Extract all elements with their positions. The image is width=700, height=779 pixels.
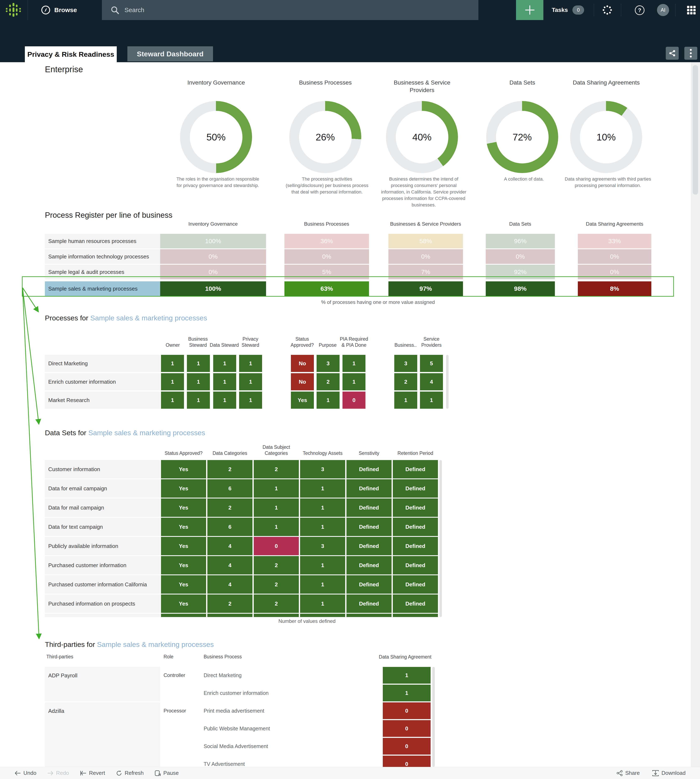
process-cell[interactable]: 5: [420, 355, 443, 372]
process-cell[interactable]: 1: [342, 355, 365, 372]
search-input[interactable]: Search: [102, 0, 478, 20]
table-scrollbar[interactable]: [432, 667, 435, 767]
process-cell[interactable]: 1: [161, 391, 184, 409]
dataset-cell[interactable]: Defined: [347, 575, 392, 594]
register-cell[interactable]: 63%: [285, 281, 369, 296]
dataset-cell[interactable]: 2: [254, 594, 299, 613]
register-cell[interactable]: 0%: [388, 249, 463, 264]
dataset-cell[interactable]: Defined: [347, 460, 392, 478]
dashboard-menu-button[interactable]: [684, 47, 697, 60]
process-cell[interactable]: 4: [420, 373, 443, 390]
process-cell[interactable]: Yes: [291, 391, 314, 409]
dataset-cell[interactable]: Defined: [393, 518, 438, 536]
download-button[interactable]: Download: [652, 770, 686, 776]
share-dashboard-button[interactable]: [666, 47, 679, 60]
dataset-cell[interactable]: 3: [300, 537, 345, 555]
dataset-cell[interactable]: Defined: [393, 594, 438, 613]
dataset-cell[interactable]: Yes: [161, 556, 206, 574]
dataset-cell[interactable]: Defined: [393, 460, 438, 478]
dataset-cell[interactable]: Defined: [347, 594, 392, 613]
dataset-cell[interactable]: Yes: [161, 460, 206, 478]
dataset-cell[interactable]: 1: [254, 479, 299, 498]
process-cell[interactable]: 1: [420, 391, 443, 409]
process-cell[interactable]: 1: [161, 355, 184, 372]
register-cell[interactable]: 98%: [486, 281, 555, 296]
dataset-cell[interactable]: Yes: [161, 498, 206, 517]
user-menu[interactable]: AI: [657, 4, 669, 16]
process-cell[interactable]: 2: [317, 373, 340, 390]
dataset-cell[interactable]: Yes: [161, 594, 206, 613]
process-cell[interactable]: 1: [161, 373, 184, 390]
tab-steward-dashboard[interactable]: Steward Dashboard: [127, 47, 213, 62]
dataset-cell[interactable]: 3: [300, 460, 345, 478]
process-cell[interactable]: 3: [317, 355, 340, 372]
register-row-label[interactable]: Sample legal & audit processes: [45, 265, 160, 279]
tasks-button[interactable]: Tasks 0: [552, 0, 584, 20]
process-cell[interactable]: 3: [394, 355, 417, 372]
dataset-cell[interactable]: Defined: [347, 537, 392, 555]
dataset-cell[interactable]: 6: [207, 518, 252, 536]
register-cell[interactable]: 7%: [388, 265, 463, 279]
process-cell[interactable]: 1: [239, 355, 262, 372]
dataset-cell[interactable]: Yes: [161, 518, 206, 536]
dataset-cell[interactable]: Yes: [161, 537, 206, 555]
process-cell[interactable]: 0: [342, 391, 365, 409]
pause-button[interactable]: Pause: [155, 770, 179, 776]
table-scrollbar[interactable]: [439, 460, 442, 617]
dataset-cell[interactable]: Defined: [347, 498, 392, 517]
revert-button[interactable]: Revert: [80, 770, 105, 776]
undo-button[interactable]: Undo: [15, 770, 36, 776]
dataset-cell[interactable]: 1: [300, 498, 345, 517]
process-cell[interactable]: 2: [394, 373, 417, 390]
register-cell[interactable]: 96%: [486, 234, 555, 248]
process-cell[interactable]: 1: [187, 355, 210, 372]
process-cell[interactable]: 1: [239, 391, 262, 409]
page-scrollbar-thumb[interactable]: [693, 65, 698, 195]
register-row-label-selected[interactable]: Sample sales & marketing processes: [45, 281, 160, 296]
line-of-business-link[interactable]: Sample sales & marketing processes: [90, 314, 207, 322]
dataset-cell[interactable]: 2: [254, 460, 299, 478]
tab-privacy-risk-readiness[interactable]: Privacy & Risk Readiness: [25, 47, 117, 62]
browse-button[interactable]: Browse: [41, 0, 77, 20]
app-logo[interactable]: [5, 3, 23, 18]
register-cell[interactable]: 100%: [160, 281, 266, 296]
process-cell[interactable]: 1: [213, 355, 236, 372]
register-cell[interactable]: 58%: [388, 234, 463, 248]
dataset-cell[interactable]: 1: [300, 575, 345, 594]
register-row-label[interactable]: Sample human resources processes: [45, 234, 160, 248]
process-cell[interactable]: 1: [213, 373, 236, 390]
dataset-cell[interactable]: Yes: [161, 575, 206, 594]
apps-button[interactable]: [687, 5, 696, 16]
dataset-cell[interactable]: 2: [207, 460, 252, 478]
dataset-cell[interactable]: Defined: [347, 479, 392, 498]
process-cell[interactable]: 1: [239, 373, 262, 390]
dataset-cell[interactable]: Defined: [393, 537, 438, 555]
process-cell[interactable]: 1: [187, 373, 210, 390]
process-cell[interactable]: No: [291, 373, 314, 390]
dataset-cell[interactable]: 1: [300, 594, 345, 613]
page-scrollbar[interactable]: [691, 62, 700, 779]
register-cell[interactable]: 0%: [285, 249, 369, 264]
dataset-cell[interactable]: 0: [254, 537, 299, 555]
process-cell[interactable]: 1: [317, 391, 340, 409]
dataset-cell[interactable]: Defined: [393, 479, 438, 498]
dataset-cell[interactable]: 1: [300, 479, 345, 498]
activities-button[interactable]: [602, 5, 612, 16]
register-cell[interactable]: 0%: [160, 265, 266, 279]
dataset-cell[interactable]: 4: [207, 537, 252, 555]
dataset-cell[interactable]: Defined: [393, 556, 438, 574]
register-cell[interactable]: 92%: [486, 265, 555, 279]
dataset-cell[interactable]: 4: [207, 575, 252, 594]
dsa-cell[interactable]: 0: [383, 720, 431, 737]
dataset-cell[interactable]: 1: [300, 518, 345, 536]
process-cell[interactable]: No: [291, 355, 314, 372]
dataset-cell[interactable]: 1: [254, 498, 299, 517]
register-cell[interactable]: 8%: [578, 281, 651, 296]
redo-button[interactable]: Redo: [47, 770, 69, 776]
dataset-cell[interactable]: Defined: [393, 498, 438, 517]
dataset-cell[interactable]: 1: [300, 556, 345, 574]
dataset-cell[interactable]: 1: [254, 518, 299, 536]
register-cell[interactable]: 0%: [160, 249, 266, 264]
register-cell[interactable]: 36%: [285, 234, 369, 248]
dataset-cell[interactable]: 4: [207, 556, 252, 574]
